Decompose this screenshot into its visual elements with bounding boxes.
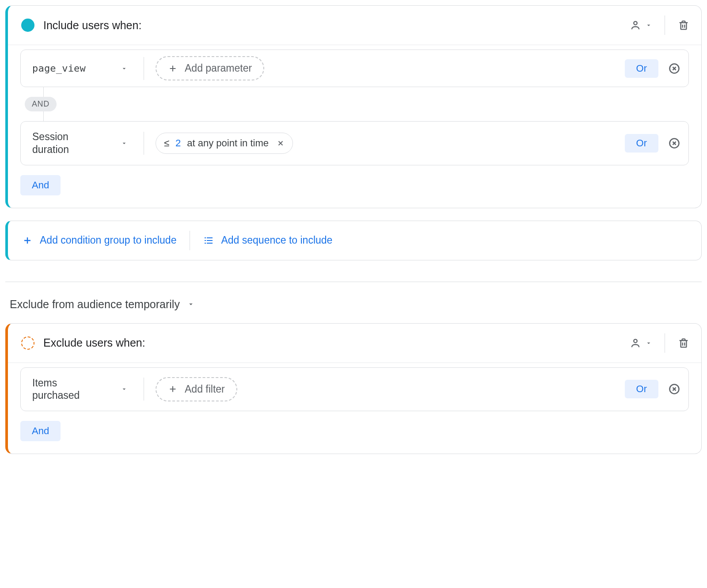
param-value: 2 (175, 137, 181, 149)
add-condition-group-label: Add condition group to include (40, 234, 176, 246)
add-actions-row: Add condition group to include Add seque… (8, 221, 701, 260)
condition-left: Items purchased Add filter (30, 374, 617, 405)
condition-left: Session duration ≤ 2 at any point in tim… (30, 128, 617, 159)
param-suffix: at any point in time (187, 137, 269, 149)
add-and-button[interactable]: And (20, 421, 61, 441)
condition-row: Items purchased Add filter (21, 368, 688, 411)
condition-right: Or (625, 134, 680, 153)
add-sequence-button[interactable]: Add sequence to include (203, 234, 332, 246)
or-label: Or (636, 383, 647, 394)
close-circle-icon (668, 62, 680, 75)
exclude-group-header: Exclude users when: (8, 324, 701, 363)
include-group-header: Include users when: (8, 6, 701, 45)
and-label: And (32, 179, 49, 191)
add-parameter-button[interactable]: Add parameter (156, 56, 264, 80)
condition-joiner: AND (20, 87, 689, 121)
scope-button[interactable] (629, 19, 652, 31)
divider (144, 57, 144, 80)
condition-row: page_view Add parameter (21, 50, 688, 87)
plus-icon (168, 64, 178, 73)
include-group-body: page_view Add parameter (8, 45, 701, 208)
dimension-label: Items purchased (32, 377, 107, 402)
or-label: Or (636, 137, 647, 149)
add-condition-group-button[interactable]: Add condition group to include (22, 234, 176, 246)
close-icon (277, 139, 285, 147)
add-and-row: And (20, 175, 689, 195)
caret-down-icon (187, 300, 195, 308)
plus-icon (168, 384, 178, 394)
svg-rect-7 (207, 240, 213, 241)
caret-down-icon (645, 340, 652, 347)
event-select[interactable]: page_view (30, 60, 132, 77)
delete-group-button[interactable] (677, 19, 690, 31)
divider (144, 378, 144, 401)
close-circle-icon (668, 383, 680, 395)
condition-right: Or (625, 380, 680, 398)
svg-rect-5 (207, 237, 213, 238)
plus-icon (22, 235, 33, 246)
caret-down-icon (645, 22, 652, 29)
parameter-chip[interactable]: ≤ 2 at any point in time (156, 133, 293, 154)
header-left: Exclude users when: (21, 336, 145, 350)
header-right (629, 333, 690, 353)
status-dot-icon (21, 19, 34, 32)
caret-down-icon (121, 386, 128, 393)
condition-card: page_view Add parameter (20, 50, 689, 87)
divider (190, 231, 190, 250)
svg-rect-4 (205, 237, 206, 238)
exclude-group-body: Items purchased Add filter (8, 363, 701, 454)
condition-card: Items purchased Add filter (20, 367, 689, 412)
delete-group-button[interactable] (677, 337, 690, 349)
close-circle-icon (668, 137, 680, 149)
and-label: And (32, 425, 49, 436)
divider (665, 333, 665, 353)
or-button[interactable]: Or (625, 59, 658, 78)
or-button[interactable]: Or (625, 134, 658, 153)
include-title: Include users when: (43, 19, 141, 32)
or-label: Or (636, 63, 647, 74)
svg-rect-1 (681, 23, 687, 29)
param-prefix: ≤ (164, 137, 169, 149)
exclude-mode-label: Exclude from audience temporarily (10, 298, 180, 311)
or-button[interactable]: Or (625, 380, 658, 398)
caret-down-icon (121, 140, 128, 147)
scope-button[interactable] (629, 337, 652, 349)
trash-icon (677, 337, 690, 349)
svg-rect-11 (681, 340, 687, 347)
section-divider (5, 282, 702, 282)
status-dot-icon (21, 336, 34, 350)
svg-point-10 (634, 339, 637, 342)
divider (665, 15, 665, 35)
event-label: page_view (32, 62, 86, 75)
add-and-row: And (20, 421, 689, 441)
condition-row: Session duration ≤ 2 at any point in tim… (21, 122, 688, 165)
remove-parameter-button[interactable] (274, 139, 285, 147)
exclude-mode-select[interactable]: Exclude from audience temporarily (5, 298, 702, 323)
caret-down-icon (121, 65, 128, 72)
sequence-icon (203, 235, 214, 246)
svg-rect-6 (205, 240, 206, 241)
remove-condition-button[interactable] (668, 62, 680, 75)
person-icon (629, 337, 642, 349)
dimension-label: Session duration (32, 130, 107, 156)
add-and-button[interactable]: And (20, 175, 61, 195)
svg-rect-8 (205, 243, 206, 244)
svg-rect-9 (207, 243, 213, 244)
condition-card: Session duration ≤ 2 at any point in tim… (20, 121, 689, 165)
dimension-select[interactable]: Session duration (30, 128, 132, 159)
condition-right: Or (625, 59, 680, 78)
person-icon (629, 19, 642, 31)
add-filter-button[interactable]: Add filter (156, 377, 237, 401)
add-filter-label: Add filter (185, 383, 225, 395)
add-parameter-label: Add parameter (185, 62, 252, 74)
divider (144, 132, 144, 155)
include-group-card: Include users when: (5, 5, 702, 208)
exclude-group-card: Exclude users when: (5, 323, 702, 454)
add-actions-card: Add condition group to include Add seque… (5, 221, 702, 260)
trash-icon (677, 19, 690, 31)
and-joiner-badge: AND (25, 97, 57, 111)
svg-point-0 (634, 22, 637, 25)
dimension-select[interactable]: Items purchased (30, 374, 132, 405)
remove-condition-button[interactable] (668, 383, 680, 395)
remove-condition-button[interactable] (668, 137, 680, 149)
